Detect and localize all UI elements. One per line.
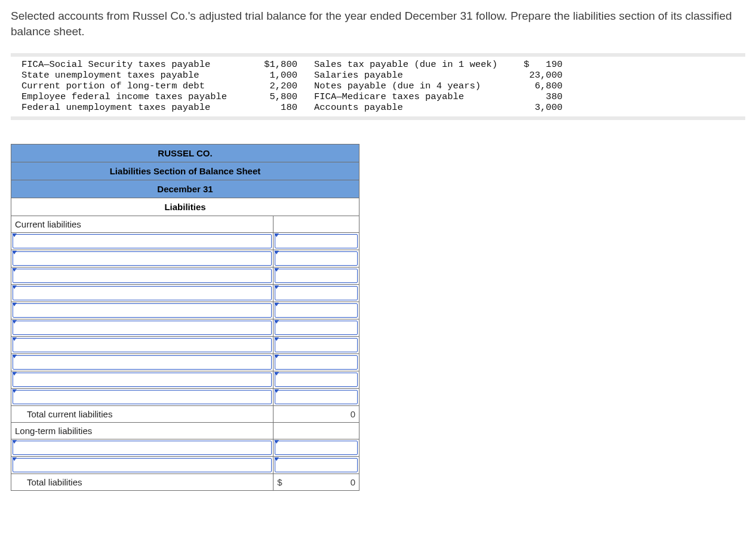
chevron-down-icon: [12, 440, 17, 444]
amount-input[interactable]: [273, 268, 359, 285]
total-current-value: 0: [273, 406, 359, 423]
account-label: Sales tax payable (due in 1 week): [297, 59, 500, 70]
balance-sheet-table: RUSSEL CO. Liabilities Section of Balanc…: [11, 144, 359, 491]
chevron-down-icon: [274, 440, 279, 444]
account-label: Current portion of long-term debt: [11, 81, 244, 91]
chevron-down-icon: [274, 457, 279, 461]
problem-intro: Selected accounts from Russel Co.'s adju…: [11, 8, 745, 39]
chevron-down-icon: [274, 372, 279, 376]
account-select[interactable]: [11, 337, 273, 354]
amount-input[interactable]: [273, 439, 359, 457]
account-select[interactable]: [11, 389, 273, 406]
account-amount: $ 190: [500, 59, 566, 70]
sheet-title-header: Liabilities Section of Balance Sheet: [11, 162, 359, 180]
total-liabilities-value: $ 0: [273, 474, 359, 491]
data-row: State unemployment taxes payable1,000Sal…: [11, 70, 745, 81]
account-select[interactable]: [11, 302, 273, 319]
account-select[interactable]: [11, 285, 273, 302]
amount-input[interactable]: [273, 337, 359, 354]
chevron-down-icon: [12, 457, 17, 461]
chevron-down-icon: [12, 355, 17, 358]
chevron-down-icon: [12, 251, 17, 254]
trial-balance-data: FICA—Social Security taxes payable$1,800…: [11, 53, 745, 120]
account-select[interactable]: [11, 250, 273, 268]
chevron-down-icon: [12, 268, 17, 272]
account-select[interactable]: [11, 233, 273, 250]
account-label: FICA—Social Security taxes payable: [11, 59, 244, 70]
amount-input[interactable]: [273, 302, 359, 319]
chevron-down-icon: [274, 303, 279, 306]
account-label: Employee federal income taxes payable: [11, 91, 244, 102]
amount-input[interactable]: [273, 371, 359, 389]
chevron-down-icon: [12, 303, 17, 306]
decorative-bar: [11, 116, 745, 120]
amount-input[interactable]: [273, 319, 359, 337]
account-select[interactable]: [11, 439, 273, 457]
amount-input[interactable]: [273, 285, 359, 302]
empty-cell: [273, 216, 359, 233]
chevron-down-icon: [274, 337, 279, 341]
account-label: State unemployment taxes payable: [11, 70, 244, 81]
account-select[interactable]: [11, 319, 273, 337]
data-row: Employee federal income taxes payable5,8…: [11, 91, 745, 102]
amount-input[interactable]: [273, 354, 359, 371]
chevron-down-icon: [12, 337, 17, 341]
account-amount: $1,800: [244, 59, 297, 70]
chevron-down-icon: [12, 320, 17, 324]
account-select[interactable]: [11, 268, 273, 285]
account-label: Accounts payable: [297, 102, 500, 113]
account-amount: 23,000: [500, 70, 566, 81]
empty-cell: [273, 423, 359, 439]
account-amount: 1,000: [244, 70, 297, 81]
currency-symbol: $: [277, 477, 282, 487]
chevron-down-icon: [274, 233, 279, 237]
chevron-down-icon: [12, 285, 17, 289]
chevron-down-icon: [274, 355, 279, 358]
chevron-down-icon: [274, 251, 279, 254]
chevron-down-icon: [274, 285, 279, 289]
chevron-down-icon: [274, 389, 279, 393]
current-liabilities-label: Current liabilities: [11, 216, 273, 233]
account-label: Federal unemployment taxes payable: [11, 102, 244, 113]
sheet-company-header: RUSSEL CO.: [11, 144, 359, 162]
account-amount: 180: [244, 102, 297, 113]
account-label: Notes payable (due in 4 years): [297, 81, 500, 91]
account-select[interactable]: [11, 457, 273, 474]
account-amount: 2,200: [244, 81, 297, 91]
account-label: Salaries payable: [297, 70, 500, 81]
chevron-down-icon: [274, 268, 279, 272]
amount-input[interactable]: [273, 389, 359, 406]
decorative-bar: [11, 53, 745, 57]
sheet-date-header: December 31: [11, 180, 359, 198]
chevron-down-icon: [12, 372, 17, 376]
account-label: FICA—Medicare taxes payable: [297, 91, 500, 102]
data-row: Current portion of long-term debt2,200No…: [11, 81, 745, 91]
account-amount: 5,800: [244, 91, 297, 102]
account-amount: 6,800: [500, 81, 566, 91]
account-amount: 380: [500, 91, 566, 102]
account-select[interactable]: [11, 354, 273, 371]
amount-input[interactable]: [273, 233, 359, 250]
long-term-liabilities-label: Long-term liabilities: [11, 423, 273, 439]
account-select[interactable]: [11, 371, 273, 389]
total-liabilities-label: Total liabilities: [11, 474, 273, 491]
total-current-label: Total current liabilities: [11, 406, 273, 423]
amount-input[interactable]: [273, 457, 359, 474]
total-liabilities-amount: 0: [351, 477, 355, 487]
chevron-down-icon: [274, 320, 279, 324]
chevron-down-icon: [12, 389, 17, 393]
sheet-section-header: Liabilities: [11, 198, 359, 216]
account-amount: 3,000: [500, 102, 566, 113]
amount-input[interactable]: [273, 250, 359, 268]
chevron-down-icon: [12, 233, 17, 237]
data-row: Federal unemployment taxes payable180Acc…: [11, 102, 745, 113]
data-row: FICA—Social Security taxes payable$1,800…: [11, 59, 745, 70]
